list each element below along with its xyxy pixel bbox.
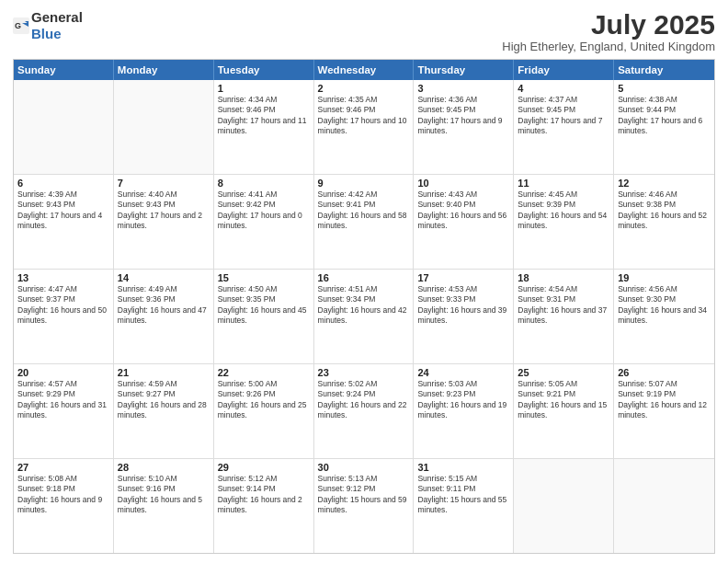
cal-cell-6: 6Sunrise: 4:39 AM Sunset: 9:43 PM Daylig… [14, 175, 114, 269]
day-number: 14 [118, 272, 210, 283]
cell-text: Sunrise: 4:53 AM Sunset: 9:33 PM Dayligh… [417, 284, 509, 327]
cell-text: Sunrise: 4:46 AM Sunset: 9:38 PM Dayligh… [618, 190, 711, 232]
cell-text: Sunrise: 4:38 AM Sunset: 9:44 PM Dayligh… [618, 95, 711, 137]
cell-text: Sunrise: 5:13 AM Sunset: 9:12 PM Dayligh… [318, 474, 410, 516]
cell-text: Sunrise: 5:05 AM Sunset: 9:21 PM Dayligh… [518, 379, 609, 421]
day-number: 19 [618, 272, 711, 283]
cell-text: Sunrise: 4:43 AM Sunset: 9:40 PM Dayligh… [417, 190, 509, 232]
cell-text: Sunrise: 4:56 AM Sunset: 9:30 PM Dayligh… [618, 284, 711, 327]
cal-cell-2: 2Sunrise: 4:35 AM Sunset: 9:46 PM Daylig… [314, 80, 415, 174]
calendar-row-3: 20Sunrise: 4:57 AM Sunset: 9:29 PM Dayli… [14, 364, 714, 459]
cell-text: Sunrise: 4:50 AM Sunset: 9:35 PM Dayligh… [218, 284, 310, 327]
cal-cell-31: 31Sunrise: 5:15 AM Sunset: 9:11 PM Dayli… [414, 459, 514, 553]
cal-cell-3: 3Sunrise: 4:36 AM Sunset: 9:45 PM Daylig… [414, 80, 514, 174]
cal-cell-empty-0-1 [114, 80, 214, 174]
cell-text: Sunrise: 4:45 AM Sunset: 9:39 PM Dayligh… [518, 190, 609, 232]
cell-text: Sunrise: 5:00 AM Sunset: 9:26 PM Dayligh… [218, 379, 310, 421]
cal-cell-4: 4Sunrise: 4:37 AM Sunset: 9:45 PM Daylig… [514, 80, 614, 174]
weekday-header-sunday: Sunday [14, 60, 114, 80]
calendar-header: SundayMondayTuesdayWednesdayThursdayFrid… [14, 60, 714, 80]
cell-text: Sunrise: 5:08 AM Sunset: 9:18 PM Dayligh… [17, 474, 109, 516]
cell-text: Sunrise: 4:54 AM Sunset: 9:31 PM Dayligh… [518, 284, 609, 327]
cal-cell-29: 29Sunrise: 5:12 AM Sunset: 9:14 PM Dayli… [214, 459, 314, 553]
day-number: 25 [518, 367, 609, 378]
cell-text: Sunrise: 4:35 AM Sunset: 9:46 PM Dayligh… [318, 95, 410, 137]
title-block: July 2025 High Etherley, England, United… [502, 9, 715, 53]
day-number: 6 [17, 178, 109, 189]
day-number: 21 [118, 367, 210, 378]
calendar-row-2: 13Sunrise: 4:47 AM Sunset: 9:37 PM Dayli… [14, 270, 714, 364]
cal-cell-26: 26Sunrise: 5:07 AM Sunset: 9:19 PM Dayli… [614, 364, 714, 458]
weekday-header-saturday: Saturday [614, 60, 714, 80]
day-number: 24 [417, 367, 509, 378]
weekday-header-wednesday: Wednesday [314, 60, 415, 80]
weekday-header-monday: Monday [114, 60, 214, 80]
cal-cell-23: 23Sunrise: 5:02 AM Sunset: 9:24 PM Dayli… [314, 364, 415, 458]
cell-text: Sunrise: 5:10 AM Sunset: 9:16 PM Dayligh… [118, 474, 210, 516]
day-number: 9 [318, 178, 410, 189]
day-number: 23 [318, 367, 410, 378]
cell-text: Sunrise: 4:49 AM Sunset: 9:36 PM Dayligh… [118, 284, 210, 327]
day-number: 2 [318, 83, 410, 94]
cal-cell-10: 10Sunrise: 4:43 AM Sunset: 9:40 PM Dayli… [414, 175, 514, 269]
cal-cell-30: 30Sunrise: 5:13 AM Sunset: 9:12 PM Dayli… [314, 459, 415, 553]
header: G General Blue July 2025 High Etherley, … [13, 9, 715, 53]
cal-cell-12: 12Sunrise: 4:46 AM Sunset: 9:38 PM Dayli… [614, 175, 714, 269]
cal-cell-9: 9Sunrise: 4:42 AM Sunset: 9:41 PM Daylig… [314, 175, 415, 269]
weekday-header-tuesday: Tuesday [214, 60, 314, 80]
day-number: 30 [318, 462, 410, 473]
day-number: 1 [218, 83, 310, 94]
cell-text: Sunrise: 4:39 AM Sunset: 9:43 PM Dayligh… [17, 190, 109, 232]
day-number: 11 [518, 178, 609, 189]
cell-text: Sunrise: 4:34 AM Sunset: 9:46 PM Dayligh… [218, 95, 310, 137]
cal-cell-empty-0-0 [14, 80, 114, 174]
cal-cell-17: 17Sunrise: 4:53 AM Sunset: 9:33 PM Dayli… [414, 270, 514, 363]
cal-cell-28: 28Sunrise: 5:10 AM Sunset: 9:16 PM Dayli… [114, 459, 214, 553]
calendar-row-1: 6Sunrise: 4:39 AM Sunset: 9:43 PM Daylig… [14, 175, 714, 270]
svg-text:G: G [15, 21, 21, 30]
day-number: 31 [417, 462, 509, 473]
day-number: 15 [218, 272, 310, 283]
cell-text: Sunrise: 4:59 AM Sunset: 9:27 PM Dayligh… [118, 379, 210, 421]
cell-text: Sunrise: 4:47 AM Sunset: 9:37 PM Dayligh… [17, 284, 109, 327]
cal-cell-19: 19Sunrise: 4:56 AM Sunset: 9:30 PM Dayli… [614, 270, 714, 363]
day-number: 8 [218, 178, 310, 189]
day-number: 13 [17, 272, 109, 283]
cell-text: Sunrise: 4:41 AM Sunset: 9:42 PM Dayligh… [218, 190, 310, 232]
cal-cell-11: 11Sunrise: 4:45 AM Sunset: 9:39 PM Dayli… [514, 175, 614, 269]
day-number: 18 [518, 272, 609, 283]
page: G General Blue July 2025 High Etherley, … [0, 0, 728, 563]
cal-cell-18: 18Sunrise: 4:54 AM Sunset: 9:31 PM Dayli… [514, 270, 614, 363]
day-number: 12 [618, 178, 711, 189]
day-number: 27 [17, 462, 109, 473]
cal-cell-22: 22Sunrise: 5:00 AM Sunset: 9:26 PM Dayli… [214, 364, 314, 458]
cal-cell-14: 14Sunrise: 4:49 AM Sunset: 9:36 PM Dayli… [114, 270, 214, 363]
month-year-title: July 2025 [502, 9, 715, 40]
cal-cell-15: 15Sunrise: 4:50 AM Sunset: 9:35 PM Dayli… [214, 270, 314, 363]
day-number: 22 [218, 367, 310, 378]
cell-text: Sunrise: 4:40 AM Sunset: 9:43 PM Dayligh… [118, 190, 210, 232]
day-number: 7 [118, 178, 210, 189]
cell-text: Sunrise: 4:57 AM Sunset: 9:29 PM Dayligh… [17, 379, 109, 421]
cal-cell-5: 5Sunrise: 4:38 AM Sunset: 9:44 PM Daylig… [614, 80, 714, 174]
day-number: 20 [17, 367, 109, 378]
day-number: 3 [417, 83, 509, 94]
calendar: SundayMondayTuesdayWednesdayThursdayFrid… [13, 59, 715, 554]
cell-text: Sunrise: 5:12 AM Sunset: 9:14 PM Dayligh… [218, 474, 310, 516]
cal-cell-21: 21Sunrise: 4:59 AM Sunset: 9:27 PM Dayli… [114, 364, 214, 458]
day-number: 4 [518, 83, 609, 94]
cell-text: Sunrise: 5:15 AM Sunset: 9:11 PM Dayligh… [417, 474, 509, 516]
cal-cell-13: 13Sunrise: 4:47 AM Sunset: 9:37 PM Dayli… [14, 270, 114, 363]
day-number: 10 [417, 178, 509, 189]
day-number: 28 [118, 462, 210, 473]
calendar-body: 1Sunrise: 4:34 AM Sunset: 9:46 PM Daylig… [14, 80, 714, 553]
cal-cell-1: 1Sunrise: 4:34 AM Sunset: 9:46 PM Daylig… [214, 80, 314, 174]
calendar-row-4: 27Sunrise: 5:08 AM Sunset: 9:18 PM Dayli… [14, 459, 714, 553]
day-number: 26 [618, 367, 711, 378]
day-number: 16 [318, 272, 410, 283]
cell-text: Sunrise: 5:03 AM Sunset: 9:23 PM Dayligh… [417, 379, 509, 421]
logo: G General Blue [13, 9, 83, 42]
weekday-header-thursday: Thursday [414, 60, 514, 80]
day-number: 5 [618, 83, 711, 94]
cell-text: Sunrise: 5:07 AM Sunset: 9:19 PM Dayligh… [618, 379, 711, 421]
